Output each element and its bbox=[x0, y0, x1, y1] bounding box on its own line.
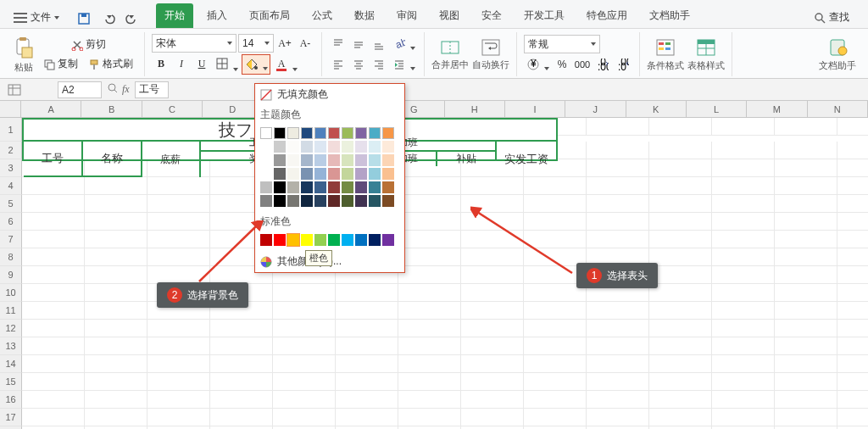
color-swatch[interactable] bbox=[369, 234, 381, 246]
color-swatch[interactable] bbox=[382, 195, 394, 207]
fx-search-icon[interactable] bbox=[107, 82, 119, 97]
color-swatch[interactable] bbox=[342, 181, 353, 193]
col-header[interactable]: I bbox=[505, 101, 565, 117]
color-swatch[interactable] bbox=[382, 127, 394, 139]
col-header[interactable]: C bbox=[142, 101, 203, 117]
row-header[interactable]: 4 bbox=[0, 177, 22, 195]
tab-layout[interactable]: 页面布局 bbox=[241, 3, 298, 28]
indent-button[interactable] bbox=[390, 55, 417, 74]
row-header[interactable]: 17 bbox=[0, 409, 22, 426]
tab-security[interactable]: 安全 bbox=[473, 3, 510, 28]
paste-button[interactable]: 粘贴 bbox=[12, 36, 36, 74]
align-left-button[interactable] bbox=[329, 55, 348, 74]
color-swatch[interactable] bbox=[287, 181, 299, 193]
color-swatch[interactable] bbox=[301, 141, 313, 153]
color-swatch[interactable] bbox=[355, 234, 367, 246]
color-swatch[interactable] bbox=[355, 141, 367, 153]
tab-formula[interactable]: 公式 bbox=[303, 3, 341, 28]
color-swatch[interactable] bbox=[287, 127, 299, 139]
font-name-combo[interactable]: 宋体 bbox=[152, 34, 236, 53]
color-swatch[interactable] bbox=[355, 127, 367, 139]
borders-button[interactable] bbox=[213, 54, 240, 75]
color-swatch[interactable] bbox=[382, 141, 394, 153]
tab-start[interactable]: 开始 bbox=[156, 3, 193, 28]
color-swatch[interactable] bbox=[369, 141, 381, 153]
row-header[interactable]: 6 bbox=[0, 213, 22, 231]
number-format-combo[interactable]: 常规 bbox=[524, 35, 600, 53]
row-header[interactable]: 10 bbox=[0, 284, 22, 302]
italic-button[interactable]: I bbox=[172, 54, 191, 73]
font-size-combo[interactable]: 14 bbox=[238, 34, 274, 53]
color-swatch[interactable] bbox=[355, 154, 367, 166]
tab-data[interactable]: 数据 bbox=[346, 3, 383, 28]
row-header[interactable]: 15 bbox=[0, 373, 22, 391]
col-header[interactable]: L bbox=[687, 101, 747, 117]
conditional-format-button[interactable]: 条件格式 bbox=[647, 37, 684, 72]
row-header[interactable]: 13 bbox=[0, 337, 22, 355]
color-swatch[interactable] bbox=[314, 195, 326, 207]
color-swatch[interactable] bbox=[274, 141, 286, 153]
color-swatch[interactable] bbox=[342, 168, 353, 180]
align-top-button[interactable] bbox=[329, 35, 348, 53]
undo-icon[interactable] bbox=[102, 9, 120, 28]
color-swatch[interactable] bbox=[342, 195, 353, 207]
color-swatch[interactable] bbox=[274, 234, 286, 246]
doc-helper-button[interactable]: 文档助手 bbox=[819, 37, 856, 72]
color-swatch[interactable] bbox=[382, 234, 394, 246]
decrease-font-button[interactable]: A- bbox=[296, 34, 314, 53]
color-swatch[interactable] bbox=[260, 154, 272, 166]
color-swatch[interactable] bbox=[342, 234, 353, 246]
row-header[interactable]: 1 bbox=[0, 118, 22, 142]
currency-button[interactable]: ¥ bbox=[524, 55, 551, 74]
row-header[interactable]: 11 bbox=[0, 302, 22, 320]
color-swatch[interactable] bbox=[369, 181, 381, 193]
merge-center-button[interactable]: 合并居中 bbox=[431, 38, 469, 71]
color-swatch[interactable] bbox=[382, 154, 394, 166]
row-header[interactable]: 8 bbox=[0, 248, 22, 266]
color-swatch[interactable] bbox=[369, 154, 381, 166]
no-fill-item[interactable]: 无填充颜色 bbox=[255, 84, 404, 105]
color-swatch[interactable] bbox=[342, 127, 353, 139]
color-swatch[interactable] bbox=[301, 181, 313, 193]
file-menu[interactable]: 文件 bbox=[7, 7, 66, 28]
align-bottom-button[interactable] bbox=[370, 35, 388, 53]
spreadsheet-nav-icon[interactable] bbox=[5, 81, 24, 99]
copy-button[interactable]: 复制 bbox=[39, 55, 82, 74]
save-icon[interactable] bbox=[75, 9, 93, 28]
color-swatch[interactable] bbox=[287, 195, 299, 207]
color-swatch[interactable] bbox=[328, 195, 340, 207]
color-swatch[interactable] bbox=[355, 181, 367, 193]
color-swatch[interactable] bbox=[274, 127, 286, 139]
tab-view[interactable]: 视图 bbox=[431, 3, 468, 28]
color-swatch[interactable] bbox=[301, 195, 313, 207]
comma-button[interactable]: 000 bbox=[573, 55, 592, 74]
color-swatch[interactable] bbox=[314, 154, 326, 166]
color-swatch[interactable] bbox=[287, 234, 299, 246]
select-all-corner[interactable] bbox=[0, 101, 21, 117]
row-header[interactable]: 14 bbox=[0, 355, 22, 373]
color-swatch[interactable] bbox=[301, 154, 313, 166]
color-swatch[interactable] bbox=[342, 154, 353, 166]
formula-input[interactable]: 工号 bbox=[135, 81, 169, 98]
cut-button[interactable]: 剪切 bbox=[39, 36, 137, 54]
wrap-text-button[interactable]: 自动换行 bbox=[472, 38, 509, 71]
color-swatch[interactable] bbox=[314, 234, 326, 246]
color-swatch[interactable] bbox=[260, 168, 272, 180]
orientation-button[interactable]: ab bbox=[390, 35, 417, 53]
color-swatch[interactable] bbox=[260, 127, 272, 139]
name-box[interactable]: A2 bbox=[58, 81, 102, 98]
color-swatch[interactable] bbox=[301, 234, 313, 246]
color-swatch[interactable] bbox=[301, 168, 313, 180]
find-button[interactable]: 查找 bbox=[807, 7, 856, 28]
color-swatch[interactable] bbox=[287, 154, 299, 166]
row-header[interactable]: 3 bbox=[0, 159, 22, 177]
color-swatch[interactable] bbox=[355, 195, 367, 207]
color-swatch[interactable] bbox=[328, 181, 340, 193]
fill-color-button[interactable] bbox=[242, 54, 270, 75]
color-swatch[interactable] bbox=[328, 141, 340, 153]
row-header[interactable]: 5 bbox=[0, 195, 22, 213]
color-swatch[interactable] bbox=[287, 168, 299, 180]
color-swatch[interactable] bbox=[314, 181, 326, 193]
decrease-decimal-button[interactable]: .00.0 bbox=[614, 55, 632, 74]
color-swatch[interactable] bbox=[369, 168, 381, 180]
